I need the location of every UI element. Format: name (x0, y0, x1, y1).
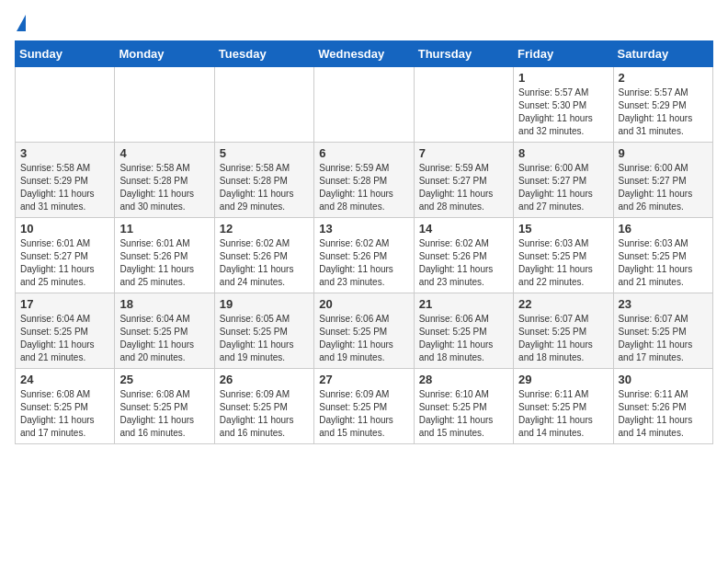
calendar-cell: 24Sunrise: 6:08 AM Sunset: 5:25 PM Dayli… (16, 369, 115, 444)
calendar-week-row: 17Sunrise: 6:04 AM Sunset: 5:25 PM Dayli… (16, 293, 713, 369)
day-info: Sunrise: 6:09 AM Sunset: 5:25 PM Dayligh… (319, 388, 408, 440)
day-number: 12 (220, 222, 309, 236)
day-number: 8 (518, 146, 608, 160)
page-header (15, 15, 713, 31)
calendar-cell: 6Sunrise: 5:59 AM Sunset: 5:28 PM Daylig… (314, 143, 414, 218)
calendar-cell (115, 67, 214, 143)
calendar-cell (16, 67, 115, 143)
calendar-cell: 9Sunrise: 6:00 AM Sunset: 5:27 PM Daylig… (613, 143, 712, 218)
day-number: 6 (319, 146, 408, 160)
day-info: Sunrise: 5:58 AM Sunset: 5:28 PM Dayligh… (220, 162, 309, 213)
calendar-week-row: 1Sunrise: 5:57 AM Sunset: 5:30 PM Daylig… (16, 67, 713, 143)
day-info: Sunrise: 5:57 AM Sunset: 5:30 PM Dayligh… (518, 86, 608, 138)
day-info: Sunrise: 6:01 AM Sunset: 5:26 PM Dayligh… (119, 237, 209, 289)
day-info: Sunrise: 6:04 AM Sunset: 5:25 PM Dayligh… (20, 313, 109, 364)
day-info: Sunrise: 6:11 AM Sunset: 5:26 PM Dayligh… (619, 388, 708, 440)
calendar-cell: 18Sunrise: 6:04 AM Sunset: 5:25 PM Dayli… (115, 293, 214, 369)
day-number: 29 (518, 373, 608, 386)
calendar-cell: 21Sunrise: 6:06 AM Sunset: 5:25 PM Dayli… (414, 293, 513, 369)
calendar-cell: 14Sunrise: 6:02 AM Sunset: 5:26 PM Dayli… (414, 218, 513, 293)
calendar-cell: 22Sunrise: 6:07 AM Sunset: 5:25 PM Dayli… (514, 293, 613, 369)
day-info: Sunrise: 6:00 AM Sunset: 5:27 PM Dayligh… (619, 162, 708, 213)
calendar-cell: 23Sunrise: 6:07 AM Sunset: 5:25 PM Dayli… (613, 293, 712, 369)
calendar-cell: 11Sunrise: 6:01 AM Sunset: 5:26 PM Dayli… (115, 218, 214, 293)
day-info: Sunrise: 6:09 AM Sunset: 5:25 PM Dayligh… (220, 388, 309, 440)
day-number: 10 (20, 222, 109, 236)
day-number: 21 (419, 297, 508, 311)
day-number: 25 (119, 373, 209, 386)
calendar-week-row: 3Sunrise: 5:58 AM Sunset: 5:29 PM Daylig… (16, 143, 713, 218)
day-info: Sunrise: 6:10 AM Sunset: 5:25 PM Dayligh… (419, 388, 508, 440)
day-number: 26 (220, 373, 309, 386)
day-info: Sunrise: 6:02 AM Sunset: 5:26 PM Dayligh… (419, 237, 508, 289)
calendar-cell: 15Sunrise: 6:03 AM Sunset: 5:25 PM Dayli… (514, 218, 613, 293)
day-number: 15 (518, 222, 608, 236)
day-info: Sunrise: 6:01 AM Sunset: 5:27 PM Dayligh… (20, 237, 109, 289)
calendar-day-header: Monday (115, 41, 214, 67)
logo-triangle-icon (17, 15, 26, 31)
calendar-cell: 5Sunrise: 5:58 AM Sunset: 5:28 PM Daylig… (214, 143, 313, 218)
calendar-cell: 12Sunrise: 6:02 AM Sunset: 5:26 PM Dayli… (214, 218, 313, 293)
calendar-day-header: Wednesday (314, 41, 414, 67)
calendar-cell: 2Sunrise: 5:57 AM Sunset: 5:29 PM Daylig… (613, 67, 712, 143)
day-number: 13 (319, 222, 408, 236)
day-number: 11 (119, 222, 209, 236)
day-number: 27 (319, 373, 408, 386)
calendar-cell: 16Sunrise: 6:03 AM Sunset: 5:25 PM Dayli… (613, 218, 712, 293)
day-number: 9 (619, 146, 708, 160)
day-info: Sunrise: 6:06 AM Sunset: 5:25 PM Dayligh… (419, 313, 508, 364)
day-number: 1 (518, 71, 608, 85)
day-info: Sunrise: 6:04 AM Sunset: 5:25 PM Dayligh… (119, 313, 209, 364)
day-info: Sunrise: 6:03 AM Sunset: 5:25 PM Dayligh… (518, 237, 608, 289)
calendar-cell: 4Sunrise: 5:58 AM Sunset: 5:28 PM Daylig… (115, 143, 214, 218)
calendar-cell: 25Sunrise: 6:08 AM Sunset: 5:25 PM Dayli… (115, 369, 214, 444)
day-info: Sunrise: 6:05 AM Sunset: 5:25 PM Dayligh… (220, 313, 309, 364)
calendar-day-header: Tuesday (214, 41, 313, 67)
calendar-cell: 10Sunrise: 6:01 AM Sunset: 5:27 PM Dayli… (16, 218, 115, 293)
calendar-header-row: SundayMondayTuesdayWednesdayThursdayFrid… (16, 41, 713, 67)
calendar-cell: 7Sunrise: 5:59 AM Sunset: 5:27 PM Daylig… (414, 143, 513, 218)
calendar-cell: 30Sunrise: 6:11 AM Sunset: 5:26 PM Dayli… (613, 369, 712, 444)
calendar-table: SundayMondayTuesdayWednesdayThursdayFrid… (15, 40, 713, 444)
day-info: Sunrise: 6:03 AM Sunset: 5:25 PM Dayligh… (619, 237, 708, 289)
day-number: 2 (619, 71, 708, 85)
calendar-week-row: 10Sunrise: 6:01 AM Sunset: 5:27 PM Dayli… (16, 218, 713, 293)
calendar-cell: 28Sunrise: 6:10 AM Sunset: 5:25 PM Dayli… (414, 369, 513, 444)
calendar-cell: 20Sunrise: 6:06 AM Sunset: 5:25 PM Dayli… (314, 293, 414, 369)
day-info: Sunrise: 6:02 AM Sunset: 5:26 PM Dayligh… (319, 237, 408, 289)
day-info: Sunrise: 5:57 AM Sunset: 5:29 PM Dayligh… (619, 86, 708, 138)
calendar-day-header: Thursday (414, 41, 513, 67)
day-info: Sunrise: 6:06 AM Sunset: 5:25 PM Dayligh… (319, 313, 408, 364)
day-info: Sunrise: 5:58 AM Sunset: 5:29 PM Dayligh… (20, 162, 109, 213)
calendar-body: 1Sunrise: 5:57 AM Sunset: 5:30 PM Daylig… (16, 67, 713, 444)
calendar-week-row: 24Sunrise: 6:08 AM Sunset: 5:25 PM Dayli… (16, 369, 713, 444)
day-number: 5 (220, 146, 309, 160)
day-number: 30 (619, 373, 708, 386)
day-info: Sunrise: 6:02 AM Sunset: 5:26 PM Dayligh… (220, 237, 309, 289)
day-info: Sunrise: 5:58 AM Sunset: 5:28 PM Dayligh… (119, 162, 209, 213)
calendar-cell (314, 67, 414, 143)
day-number: 23 (619, 297, 708, 311)
day-info: Sunrise: 6:11 AM Sunset: 5:25 PM Dayligh… (518, 388, 608, 440)
day-number: 18 (119, 297, 209, 311)
calendar-cell: 29Sunrise: 6:11 AM Sunset: 5:25 PM Dayli… (514, 369, 613, 444)
day-info: Sunrise: 6:08 AM Sunset: 5:25 PM Dayligh… (119, 388, 209, 440)
calendar-cell (414, 67, 513, 143)
day-number: 24 (20, 373, 109, 386)
logo (15, 15, 26, 31)
day-info: Sunrise: 5:59 AM Sunset: 5:27 PM Dayligh… (419, 162, 508, 213)
calendar-cell: 1Sunrise: 5:57 AM Sunset: 5:30 PM Daylig… (514, 67, 613, 143)
day-info: Sunrise: 6:07 AM Sunset: 5:25 PM Dayligh… (518, 313, 608, 364)
calendar-cell: 19Sunrise: 6:05 AM Sunset: 5:25 PM Dayli… (214, 293, 313, 369)
day-number: 7 (419, 146, 508, 160)
day-number: 19 (220, 297, 309, 311)
calendar-cell (214, 67, 313, 143)
day-number: 20 (319, 297, 408, 311)
day-number: 17 (20, 297, 109, 311)
day-number: 16 (619, 222, 708, 236)
day-number: 22 (518, 297, 608, 311)
day-info: Sunrise: 6:00 AM Sunset: 5:27 PM Dayligh… (518, 162, 608, 213)
day-info: Sunrise: 6:08 AM Sunset: 5:25 PM Dayligh… (20, 388, 109, 440)
day-number: 4 (119, 146, 209, 160)
calendar-cell: 3Sunrise: 5:58 AM Sunset: 5:29 PM Daylig… (16, 143, 115, 218)
